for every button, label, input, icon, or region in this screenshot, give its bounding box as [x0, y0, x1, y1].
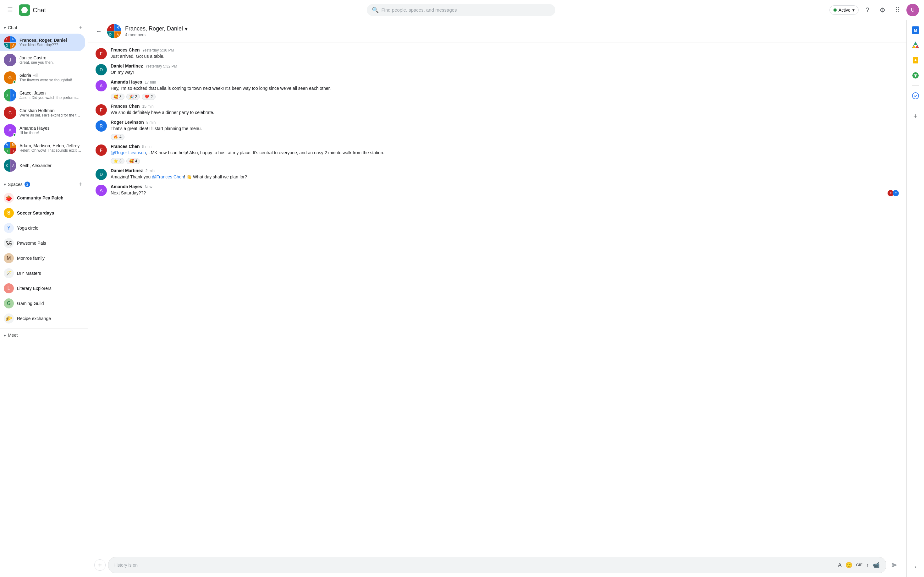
message-sender: Daniel Martinez: [111, 168, 143, 173]
chat-chevron-icon: ▾: [4, 25, 6, 30]
message-text: On my way!: [111, 69, 899, 76]
mini-avatar-1: K: [4, 159, 10, 172]
online-indicator: [13, 133, 16, 136]
spaces-section-toggle[interactable]: ▾ Spaces 2: [4, 182, 30, 187]
message-header: Roger Levinson 8 min: [111, 120, 899, 125]
space-item-monroe-family[interactable]: M Monroe family: [0, 251, 85, 266]
space-item-gaming-guild[interactable]: G Gaming Guild: [0, 296, 85, 311]
space-name: Gaming Guild: [17, 301, 44, 306]
chat-item-amanda-hayes[interactable]: A Amanda Hayes I'll be there!: [0, 122, 85, 139]
format-text-icon[interactable]: A: [837, 561, 843, 570]
add-app-button[interactable]: +: [909, 110, 922, 122]
chat-item-janice-castro[interactable]: J Janice Castro Great, see you then.: [0, 51, 85, 69]
message-text: Hey, I'm so excited that Leila is coming…: [111, 85, 899, 92]
space-icon-monroe-family: M: [4, 253, 14, 263]
space-item-soccer-saturdays[interactable]: S Soccer Saturdays: [0, 205, 85, 221]
mini-avatar-4: J: [10, 148, 17, 155]
space-item-diy-masters[interactable]: 🪄 DIY Masters: [0, 266, 85, 281]
google-meet-button[interactable]: M: [909, 24, 922, 36]
chat-header: ← F R D A Frances, Roger, Daniel: [88, 20, 906, 42]
space-item-literary-explorers[interactable]: L Literary Explorers: [0, 281, 85, 296]
space-item-pawsome-pals[interactable]: 🐼 Pawsome Pals: [0, 235, 85, 251]
apps-button[interactable]: ⠿: [891, 4, 904, 16]
upload-icon[interactable]: ↑: [865, 561, 870, 570]
meet-section-toggle[interactable]: ▸ Meet: [4, 333, 18, 338]
space-item-yoga-circle[interactable]: Y Yoga circle: [0, 221, 85, 235]
reaction-chip[interactable]: ⭐3: [111, 158, 124, 164]
message-sender: Roger Levinson: [111, 120, 144, 125]
hamburger-menu-button[interactable]: ☰: [4, 4, 16, 16]
status-button[interactable]: Active ▾: [829, 5, 859, 15]
new-space-button[interactable]: +: [78, 179, 84, 189]
group-avatar: K A: [4, 159, 16, 172]
chat-item-gloria-hill[interactable]: G Gloria Hill The flowers were so though…: [0, 69, 85, 86]
group-avatar: F R D A: [4, 36, 16, 49]
message-body: Frances Chen 5 min @Roger Levinson, LMK …: [111, 144, 899, 164]
help-button[interactable]: ?: [861, 4, 874, 16]
chat-item-keith-alexander[interactable]: K A Keith, Alexander: [0, 157, 85, 174]
reactions: ⭐3 🥰4: [111, 158, 899, 164]
chat-item-info: Frances, Roger, Daniel You: Next Saturda…: [19, 38, 81, 47]
settings-button[interactable]: ⚙: [876, 4, 889, 16]
new-chat-button[interactable]: +: [78, 23, 84, 32]
spaces-badge: 2: [24, 182, 30, 187]
chevron-right-icon[interactable]: ›: [909, 561, 922, 573]
chat-item-preview: The flowers were so thoughtful!: [19, 78, 81, 82]
user-avatar[interactable]: U: [906, 4, 919, 16]
gif-icon[interactable]: GIF: [855, 562, 864, 569]
reaction-chip[interactable]: 🔥4: [111, 134, 124, 140]
input-area: + A 🙂 GIF ↑ 📹: [88, 553, 906, 577]
right-sidebar: M: [906, 20, 924, 577]
space-item-recipe-exchange[interactable]: 🌮 Recipe exchange: [0, 311, 85, 326]
message-sender: Frances Chen: [111, 47, 140, 52]
search-input-wrap: 🔍: [367, 4, 555, 16]
google-drive-button[interactable]: [909, 39, 922, 52]
google-tasks-button[interactable]: [909, 90, 922, 102]
mini-avatar-3: D: [4, 43, 10, 49]
chat-item-christian-hoffman[interactable]: C Christian Hoffman We're all set. He's …: [0, 104, 85, 122]
mini-avatar-4: A: [10, 43, 17, 49]
chat-header-info: Frances, Roger, Daniel ▾ 4 members: [125, 26, 900, 37]
mini-avatar-1: A: [4, 142, 10, 148]
space-item-community-pea-patch[interactable]: 🍅 Community Pea Patch: [0, 190, 85, 205]
chat-item-frances-roger-daniel[interactable]: F R D A Frances, Roger, Daniel You: Next…: [0, 34, 85, 51]
reaction-chip[interactable]: ❤️2: [142, 93, 155, 100]
space-icon-soccer-saturdays: S: [4, 208, 14, 218]
reaction-chip[interactable]: 🥰3: [111, 93, 124, 100]
meet-chevron-icon: ▸: [4, 333, 6, 338]
search-input[interactable]: [381, 7, 550, 13]
message-input[interactable]: [113, 562, 834, 567]
chat-item-adam-group[interactable]: A M H J Adam, Madison, Helen, Jeffrey He…: [0, 139, 85, 157]
message-header: Frances Chen 5 min: [111, 144, 899, 149]
add-content-button[interactable]: +: [94, 559, 106, 571]
message-time: 17 min: [145, 80, 156, 84]
message-body: Amanda Hayes Now Next Saturday??? F R: [111, 184, 899, 196]
message-avatar: D: [95, 64, 107, 76]
message-header: Frances Chen 15 min: [111, 104, 899, 109]
message-group: F Frances Chen Yesterday 5:30 PM Just ar…: [95, 47, 899, 60]
message-header: Daniel Martinez Yesterday 5:32 PM: [111, 63, 899, 68]
send-button[interactable]: [889, 559, 900, 571]
back-button[interactable]: ←: [94, 26, 103, 36]
reaction-chip[interactable]: 🎉2: [126, 93, 140, 100]
emoji-icon[interactable]: 🙂: [844, 560, 854, 570]
reactions: 🔥4: [111, 134, 899, 140]
chat-item-name: Christian Hoffman: [19, 108, 81, 113]
google-keep-button[interactable]: [909, 54, 922, 66]
message-time: 5 min: [142, 145, 152, 149]
chat-section-header: ▾ Chat +: [0, 20, 88, 34]
chat-item-grace-jason[interactable]: G J Grace, Jason Jason: Did you watch th…: [0, 86, 85, 104]
chat-section-toggle[interactable]: ▾ Chat: [4, 25, 17, 30]
expand-sidebar-button[interactable]: ›: [909, 561, 922, 573]
chat-header-name[interactable]: Frances, Roger, Daniel ▾: [125, 26, 900, 32]
space-name: Literary Explorers: [17, 286, 52, 291]
spaces-chevron-icon: ▾: [4, 182, 6, 187]
space-icon-gaming-guild: G: [4, 298, 14, 308]
mention: @Frances Chen: [152, 174, 184, 179]
reaction-chip[interactable]: 🥰4: [126, 158, 140, 164]
space-name: Pawsome Pals: [17, 240, 46, 246]
message-text: Amazing! Thank you @Frances Chen! 👋 What…: [111, 174, 899, 180]
video-call-icon[interactable]: 📹: [872, 560, 881, 570]
app-title: Chat: [33, 6, 46, 14]
google-voice-button[interactable]: [909, 69, 922, 82]
